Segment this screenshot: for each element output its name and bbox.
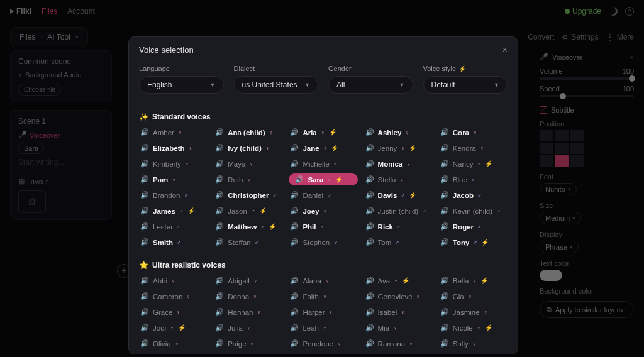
voice-roger[interactable]: 🔊Roger♂ xyxy=(439,221,508,233)
voice-maya[interactable]: 🔊Maya♀ xyxy=(214,158,282,170)
gender-icon: ♂ xyxy=(395,239,399,246)
language-select[interactable]: English▼ xyxy=(139,76,224,94)
voice-isabel[interactable]: 🔊Isabel♀ xyxy=(364,306,433,318)
voice-selene[interactable]: 🔊Selene♀ xyxy=(214,353,282,354)
voice-mia[interactable]: 🔊Mia♀ xyxy=(364,322,433,334)
voice-cora[interactable]: 🔊Cora♀ xyxy=(439,126,508,138)
voice-jason[interactable]: 🔊Jason♂⚡ xyxy=(214,205,282,217)
voice-ana-child-[interactable]: 🔊Ana (child)♀ xyxy=(214,126,282,138)
voice-name: Lester xyxy=(153,223,173,231)
voice-jacob[interactable]: 🔊Jacob♂ xyxy=(439,189,508,201)
voice-faith[interactable]: 🔊Faith♀ xyxy=(289,290,357,302)
voice-gia[interactable]: 🔊Gia♀ xyxy=(439,290,508,302)
voice-grace[interactable]: 🔊Grace♀ xyxy=(139,306,208,318)
voice-savannah[interactable]: 🔊Savannah♀ xyxy=(139,353,208,354)
speaker-icon: 🔊 xyxy=(440,222,449,231)
voice-brandon[interactable]: 🔊Brandon♂ xyxy=(139,189,208,201)
speaker-icon: 🔊 xyxy=(140,207,149,215)
voice-name: Ramona xyxy=(378,340,405,348)
voice-alana[interactable]: 🔊Alana♀ xyxy=(289,275,357,287)
voice-smith[interactable]: 🔊Smith♂ xyxy=(139,236,208,248)
style-select[interactable]: Default▼ xyxy=(423,76,508,94)
speaker-icon: 🔊 xyxy=(215,308,224,316)
gender-select[interactable]: All▼ xyxy=(328,76,413,94)
voice-ruth[interactable]: 🔊Ruth♀ xyxy=(214,173,282,185)
speaker-icon: 🔊 xyxy=(290,277,299,285)
voice-nancy[interactable]: 🔊Nancy♀⚡ xyxy=(439,158,508,170)
voice-tony[interactable]: 🔊Tony♂⚡ xyxy=(439,236,508,248)
gender-icon: ♀ xyxy=(325,278,330,284)
voice-name: Olivia xyxy=(153,340,171,348)
voice-jasmine[interactable]: 🔊Jasmine♀ xyxy=(439,306,508,318)
voice-shelby[interactable]: 🔊Shelby♀ xyxy=(289,353,357,354)
speaker-icon: 🔊 xyxy=(440,128,449,136)
voice-ashley[interactable]: 🔊Ashley♀ xyxy=(364,126,433,138)
gender-icon: ♀ xyxy=(472,341,477,347)
speaker-icon: 🔊 xyxy=(140,292,149,300)
bolt-icon: ⚡ xyxy=(485,324,492,331)
voice-paige[interactable]: 🔊Paige♀ xyxy=(214,338,282,349)
close-icon[interactable]: × xyxy=(502,45,508,55)
speaker-icon: 🔊 xyxy=(365,339,374,348)
voice-rick[interactable]: 🔊Rick♂ xyxy=(364,221,433,233)
voice-sofia[interactable]: 🔊Sofia♀⚡ xyxy=(364,353,433,354)
voice-genevieve[interactable]: 🔊Genevieve♀ xyxy=(364,290,433,302)
voice-terra[interactable]: 🔊Terra♀ xyxy=(439,353,508,354)
voice-monica[interactable]: 🔊Monica♀ xyxy=(364,158,433,170)
voice-michelle[interactable]: 🔊Michelle♀ xyxy=(289,158,357,170)
voice-tom[interactable]: 🔊Tom♂ xyxy=(364,236,433,248)
voice-donna[interactable]: 🔊Donna♀ xyxy=(214,290,282,302)
voice-elizabeth[interactable]: 🔊Elizabeth♀ xyxy=(139,142,208,154)
voice-kimberly[interactable]: 🔊Kimberly♀ xyxy=(139,158,208,170)
gender-icon: ♂ xyxy=(254,239,258,246)
voice-ava[interactable]: 🔊Ava♀⚡ xyxy=(364,275,433,287)
voice-harper[interactable]: 🔊Harper♀ xyxy=(289,306,357,318)
voice-sally[interactable]: 🔊Sally♀ xyxy=(439,338,508,349)
voice-pam[interactable]: 🔊Pam♀ xyxy=(139,173,208,185)
voice-stephen[interactable]: 🔊Stephen♂ xyxy=(289,236,357,248)
voice-kendra[interactable]: 🔊Kendra♀ xyxy=(439,142,508,154)
voice-name: Alana xyxy=(303,277,321,285)
voice-jodi[interactable]: 🔊Jodi♀⚡ xyxy=(139,322,208,334)
voice-olivia[interactable]: 🔊Olivia♀ xyxy=(139,338,208,349)
voice-abigail[interactable]: 🔊Abigail♀ xyxy=(214,275,282,287)
voice-name: Aria xyxy=(303,129,316,136)
voice-name: Jane xyxy=(303,145,319,152)
voice-steffan[interactable]: 🔊Steffan♂ xyxy=(214,236,282,248)
voice-lester[interactable]: 🔊Lester♂ xyxy=(139,221,208,233)
voice-blue[interactable]: 🔊Blue♂ xyxy=(439,173,508,185)
voice-daniel[interactable]: 🔊Daniel♂ xyxy=(289,189,357,201)
speaker-icon: 🔊 xyxy=(365,222,374,231)
voice-matthew[interactable]: 🔊Matthew♂⚡ xyxy=(214,221,282,233)
voice-stella[interactable]: 🔊Stella♀ xyxy=(364,173,433,185)
voice-julia[interactable]: 🔊Julia♀ xyxy=(214,322,282,334)
voice-joey[interactable]: 🔊Joey♂ xyxy=(289,205,357,217)
voice-jenny[interactable]: 🔊Jenny♀⚡ xyxy=(364,142,433,154)
voice-name: Leah xyxy=(303,324,319,332)
voice-sara[interactable]: 🔊Sara♀⚡ xyxy=(289,173,357,185)
voice-ivy-child-[interactable]: 🔊Ivy (child)♀ xyxy=(214,142,282,154)
bolt-icon: ⚡ xyxy=(329,129,336,136)
voice-penelope[interactable]: 🔊Penelope♀ xyxy=(289,338,357,349)
speaker-icon: 🔊 xyxy=(215,277,224,285)
voice-ramona[interactable]: 🔊Ramona♀ xyxy=(364,338,433,349)
voice-davis[interactable]: 🔊Davis♂⚡ xyxy=(364,189,433,201)
voice-hannah[interactable]: 🔊Hannah♀ xyxy=(214,306,282,318)
dialect-select[interactable]: us United States▼ xyxy=(234,76,319,94)
voice-james[interactable]: 🔊James♂⚡ xyxy=(139,205,208,217)
voice-bella[interactable]: 🔊Bella♀⚡ xyxy=(439,275,508,287)
language-value: English xyxy=(147,80,172,89)
gender-icon: ♂ xyxy=(179,208,184,214)
voice-kevin-child-[interactable]: 🔊Kevin (child)♂ xyxy=(439,205,508,217)
voice-cameron[interactable]: 🔊Cameron♀ xyxy=(139,290,208,302)
voice-leah[interactable]: 🔊Leah♀ xyxy=(289,322,357,334)
voice-amber[interactable]: 🔊Amber♀ xyxy=(139,126,208,138)
voice-abbi[interactable]: 🔊Abbi♀ xyxy=(139,275,208,287)
voice-christopher[interactable]: 🔊Christopher♂ xyxy=(214,189,282,201)
voice-nicole[interactable]: 🔊Nicole♀⚡ xyxy=(439,322,508,334)
style-label: Voice style ⚡ xyxy=(423,65,508,72)
voice-justin-child-[interactable]: 🔊Justin (child)♂ xyxy=(364,205,433,217)
voice-phil[interactable]: 🔊Phil♂ xyxy=(289,221,357,233)
voice-aria[interactable]: 🔊Aria♀⚡ xyxy=(289,126,357,138)
voice-jane[interactable]: 🔊Jane♀⚡ xyxy=(289,142,357,154)
